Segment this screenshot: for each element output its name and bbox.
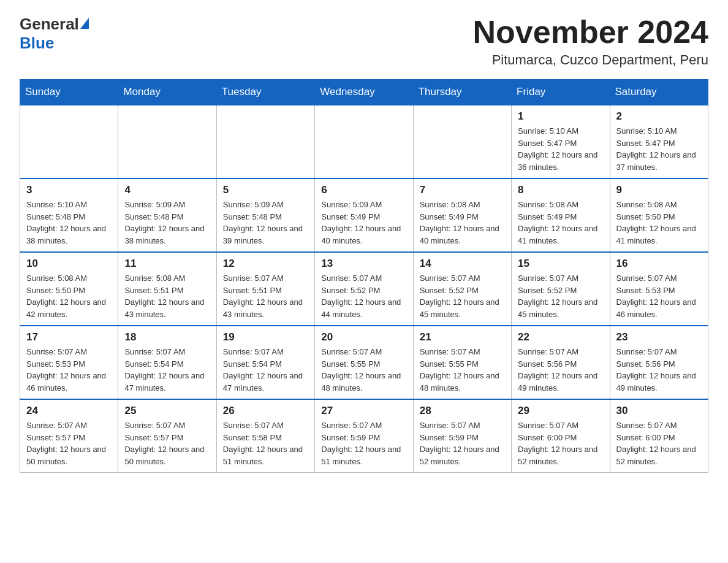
- calendar-cell: 6Sunrise: 5:09 AMSunset: 5:49 PMDaylight…: [315, 178, 413, 252]
- logo: General Blue: [20, 15, 89, 53]
- calendar-week-row: 3Sunrise: 5:10 AMSunset: 5:48 PMDaylight…: [20, 178, 708, 252]
- calendar-cell: 20Sunrise: 5:07 AMSunset: 5:55 PMDayligh…: [315, 326, 413, 399]
- day-number: 11: [124, 258, 210, 270]
- day-info: Sunrise: 5:09 AMSunset: 5:48 PMDaylight:…: [223, 199, 308, 247]
- day-info: Sunrise: 5:07 AMSunset: 5:51 PMDaylight:…: [223, 272, 308, 320]
- calendar-cell: [20, 105, 118, 178]
- day-info: Sunrise: 5:09 AMSunset: 5:48 PMDaylight:…: [124, 199, 210, 247]
- calendar-cell: 17Sunrise: 5:07 AMSunset: 5:53 PMDayligh…: [20, 326, 118, 399]
- calendar-cell: 18Sunrise: 5:07 AMSunset: 5:54 PMDayligh…: [118, 326, 216, 399]
- day-info: Sunrise: 5:08 AMSunset: 5:51 PMDaylight:…: [124, 272, 210, 320]
- day-info: Sunrise: 5:07 AMSunset: 5:59 PMDaylight:…: [321, 419, 406, 467]
- day-info: Sunrise: 5:08 AMSunset: 5:49 PMDaylight:…: [518, 199, 603, 247]
- calendar-cell: 21Sunrise: 5:07 AMSunset: 5:55 PMDayligh…: [413, 326, 511, 399]
- day-info: Sunrise: 5:07 AMSunset: 6:00 PMDaylight:…: [616, 419, 702, 467]
- calendar-cell: 14Sunrise: 5:07 AMSunset: 5:52 PMDayligh…: [413, 252, 511, 326]
- weekday-header-tuesday: Tuesday: [216, 80, 314, 105]
- day-number: 24: [26, 405, 112, 417]
- day-number: 12: [223, 258, 308, 270]
- weekday-header-thursday: Thursday: [413, 80, 511, 105]
- day-info: Sunrise: 5:10 AMSunset: 5:47 PMDaylight:…: [616, 125, 702, 173]
- calendar-cell: 22Sunrise: 5:07 AMSunset: 5:56 PMDayligh…: [512, 326, 610, 399]
- calendar-cell: 1Sunrise: 5:10 AMSunset: 5:47 PMDaylight…: [512, 105, 610, 178]
- day-info: Sunrise: 5:07 AMSunset: 5:57 PMDaylight:…: [124, 419, 210, 467]
- day-number: 26: [223, 405, 308, 417]
- calendar-week-row: 1Sunrise: 5:10 AMSunset: 5:47 PMDaylight…: [20, 105, 708, 178]
- calendar-cell: 11Sunrise: 5:08 AMSunset: 5:51 PMDayligh…: [118, 252, 216, 326]
- day-info: Sunrise: 5:07 AMSunset: 5:53 PMDaylight:…: [26, 346, 112, 394]
- day-number: 6: [321, 184, 406, 196]
- day-number: 7: [420, 184, 505, 196]
- day-info: Sunrise: 5:07 AMSunset: 5:52 PMDaylight:…: [420, 272, 505, 320]
- day-info: Sunrise: 5:10 AMSunset: 5:48 PMDaylight:…: [26, 199, 112, 247]
- calendar-cell: 7Sunrise: 5:08 AMSunset: 5:49 PMDaylight…: [413, 178, 511, 252]
- calendar-week-row: 17Sunrise: 5:07 AMSunset: 5:53 PMDayligh…: [20, 326, 708, 399]
- day-info: Sunrise: 5:08 AMSunset: 5:49 PMDaylight:…: [420, 199, 505, 247]
- calendar-cell: 27Sunrise: 5:07 AMSunset: 5:59 PMDayligh…: [315, 399, 413, 473]
- page-header: General Blue November 2024 Pitumarca, Cu…: [20, 15, 708, 68]
- weekday-header-sunday: Sunday: [20, 80, 118, 105]
- calendar-cell: [216, 105, 314, 178]
- day-number: 16: [616, 258, 702, 270]
- calendar-week-row: 10Sunrise: 5:08 AMSunset: 5:50 PMDayligh…: [20, 252, 708, 326]
- calendar-cell: 23Sunrise: 5:07 AMSunset: 5:56 PMDayligh…: [610, 326, 708, 399]
- day-number: 17: [26, 331, 112, 343]
- logo-arrow-icon: [80, 18, 89, 29]
- day-number: 25: [124, 405, 210, 417]
- day-number: 18: [124, 331, 210, 343]
- calendar-cell: [118, 105, 216, 178]
- calendar-cell: 30Sunrise: 5:07 AMSunset: 6:00 PMDayligh…: [610, 399, 708, 473]
- day-info: Sunrise: 5:07 AMSunset: 5:57 PMDaylight:…: [26, 419, 112, 467]
- day-info: Sunrise: 5:07 AMSunset: 5:53 PMDaylight:…: [616, 272, 702, 320]
- calendar-cell: 28Sunrise: 5:07 AMSunset: 5:59 PMDayligh…: [413, 399, 511, 473]
- day-number: 22: [518, 331, 603, 343]
- day-number: 21: [420, 331, 505, 343]
- title-section: November 2024 Pitumarca, Cuzco Departmen…: [473, 15, 708, 68]
- calendar-cell: 2Sunrise: 5:10 AMSunset: 5:47 PMDaylight…: [610, 105, 708, 178]
- calendar-cell: 13Sunrise: 5:07 AMSunset: 5:52 PMDayligh…: [315, 252, 413, 326]
- day-number: 13: [321, 258, 406, 270]
- day-info: Sunrise: 5:07 AMSunset: 5:56 PMDaylight:…: [518, 346, 603, 394]
- day-info: Sunrise: 5:10 AMSunset: 5:47 PMDaylight:…: [518, 125, 603, 173]
- day-info: Sunrise: 5:09 AMSunset: 5:49 PMDaylight:…: [321, 199, 406, 247]
- calendar-cell: 9Sunrise: 5:08 AMSunset: 5:50 PMDaylight…: [610, 178, 708, 252]
- logo-blue-text: Blue: [20, 34, 54, 52]
- logo-general-text: General: [20, 15, 79, 34]
- day-number: 2: [616, 110, 702, 123]
- calendar-cell: 8Sunrise: 5:08 AMSunset: 5:49 PMDaylight…: [512, 178, 610, 252]
- calendar-cell: 24Sunrise: 5:07 AMSunset: 5:57 PMDayligh…: [20, 399, 118, 473]
- weekday-header-row: SundayMondayTuesdayWednesdayThursdayFrid…: [20, 80, 708, 105]
- calendar-cell: 4Sunrise: 5:09 AMSunset: 5:48 PMDaylight…: [118, 178, 216, 252]
- calendar-week-row: 24Sunrise: 5:07 AMSunset: 5:57 PMDayligh…: [20, 399, 708, 473]
- calendar-cell: [413, 105, 511, 178]
- day-info: Sunrise: 5:07 AMSunset: 5:59 PMDaylight:…: [420, 419, 505, 467]
- day-number: 5: [223, 184, 308, 196]
- day-number: 1: [518, 110, 603, 123]
- calendar-cell: 15Sunrise: 5:07 AMSunset: 5:52 PMDayligh…: [512, 252, 610, 326]
- calendar-cell: 29Sunrise: 5:07 AMSunset: 6:00 PMDayligh…: [512, 399, 610, 473]
- calendar-cell: 3Sunrise: 5:10 AMSunset: 5:48 PMDaylight…: [20, 178, 118, 252]
- calendar-cell: 26Sunrise: 5:07 AMSunset: 5:58 PMDayligh…: [216, 399, 314, 473]
- day-number: 28: [420, 405, 505, 417]
- day-number: 10: [26, 258, 112, 270]
- calendar-cell: 12Sunrise: 5:07 AMSunset: 5:51 PMDayligh…: [216, 252, 314, 326]
- day-info: Sunrise: 5:07 AMSunset: 5:56 PMDaylight:…: [616, 346, 702, 394]
- weekday-header-monday: Monday: [118, 80, 216, 105]
- day-info: Sunrise: 5:07 AMSunset: 5:58 PMDaylight:…: [223, 419, 308, 467]
- day-info: Sunrise: 5:07 AMSunset: 5:55 PMDaylight:…: [420, 346, 505, 394]
- day-number: 29: [518, 405, 603, 417]
- day-number: 14: [420, 258, 505, 270]
- day-number: 3: [26, 184, 112, 196]
- day-number: 20: [321, 331, 406, 343]
- weekday-header-wednesday: Wednesday: [315, 80, 413, 105]
- day-number: 30: [616, 405, 702, 417]
- calendar-table: SundayMondayTuesdayWednesdayThursdayFrid…: [20, 79, 708, 473]
- day-info: Sunrise: 5:08 AMSunset: 5:50 PMDaylight:…: [26, 272, 112, 320]
- day-info: Sunrise: 5:07 AMSunset: 6:00 PMDaylight:…: [518, 419, 603, 467]
- weekday-header-saturday: Saturday: [610, 80, 708, 105]
- day-info: Sunrise: 5:08 AMSunset: 5:50 PMDaylight:…: [616, 199, 702, 247]
- day-info: Sunrise: 5:07 AMSunset: 5:52 PMDaylight:…: [321, 272, 406, 320]
- calendar-cell: 5Sunrise: 5:09 AMSunset: 5:48 PMDaylight…: [216, 178, 314, 252]
- day-number: 4: [124, 184, 210, 196]
- day-info: Sunrise: 5:07 AMSunset: 5:54 PMDaylight:…: [223, 346, 308, 394]
